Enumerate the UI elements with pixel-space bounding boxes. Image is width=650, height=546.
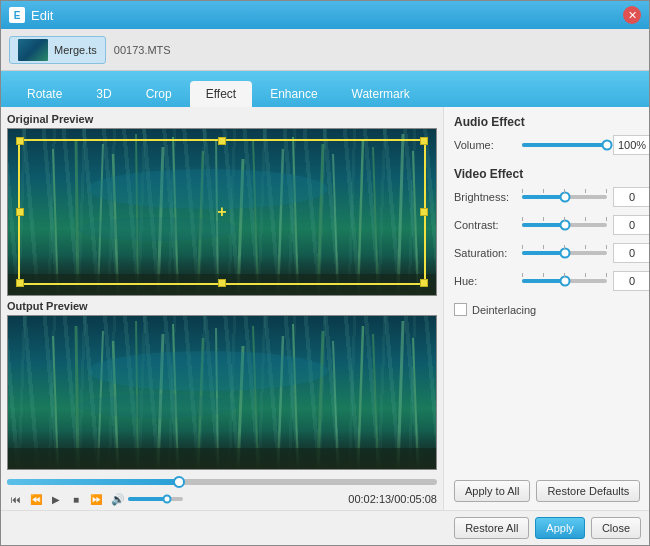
contrast-ticks: [522, 217, 607, 221]
tab-rotate[interactable]: Rotate: [11, 81, 78, 107]
video-effect-title: Video Effect: [454, 167, 649, 181]
stop-button[interactable]: ■: [67, 490, 85, 508]
seek-thumb[interactable]: [173, 476, 185, 488]
close-window-button[interactable]: ✕: [623, 6, 641, 24]
contrast-track[interactable]: [522, 223, 607, 227]
time-display: 00:02:13/00:05:08: [348, 493, 437, 505]
original-preview-label: Original Preview: [7, 113, 437, 125]
file-item[interactable]: Merge.ts: [9, 36, 106, 64]
brightness-row: Brightness: 0: [454, 187, 649, 207]
restore-defaults-button[interactable]: Restore Defaults: [536, 480, 640, 502]
close-button[interactable]: Close: [591, 517, 641, 539]
file-thumbnail: [18, 39, 48, 61]
svg-line-0: [53, 149, 58, 295]
brightness-thumb[interactable]: [559, 192, 570, 203]
step-forward-button[interactable]: ⏩: [87, 490, 105, 508]
svg-line-2: [98, 144, 103, 295]
volume-row: Volume: 100% ▲ ▼: [454, 135, 649, 155]
output-preview-box: [7, 315, 437, 470]
volume-track-thumb[interactable]: [602, 140, 613, 151]
volume-slider-thumb[interactable]: [162, 495, 171, 504]
original-preview-box: +: [7, 128, 437, 296]
hue-thumb[interactable]: [559, 276, 570, 287]
app-icon: E: [9, 7, 25, 23]
hue-ticks: [522, 273, 607, 277]
hue-track[interactable]: [522, 279, 607, 283]
contrast-value: 0: [613, 215, 649, 235]
svg-rect-43: [8, 448, 436, 470]
svg-line-23: [76, 326, 78, 470]
controls-bar: ⏮ ⏪ ▶ ■ ⏩ 🔊 00:02:13/00:05:08: [7, 490, 437, 508]
tab-watermark[interactable]: Watermark: [336, 81, 426, 107]
saturation-value: 0: [613, 243, 649, 263]
deinterlacing-row: Deinterlacing: [454, 303, 649, 316]
saturation-track[interactable]: [522, 251, 607, 255]
svg-line-37: [358, 326, 363, 470]
main-content: Original Preview: [1, 107, 649, 510]
svg-line-6: [173, 137, 178, 295]
saturation-row: Saturation: 0: [454, 243, 649, 263]
titlebar: E Edit ✕: [1, 1, 649, 29]
deinterlacing-checkbox[interactable]: [454, 303, 467, 316]
volume-slider[interactable]: [128, 497, 183, 501]
saturation-thumb[interactable]: [559, 248, 570, 259]
deinterlacing-label: Deinterlacing: [472, 304, 536, 316]
svg-line-8: [216, 141, 218, 295]
svg-line-17: [398, 134, 403, 295]
hue-value: 0: [613, 271, 649, 291]
volume-track[interactable]: [522, 143, 607, 147]
contrast-thumb[interactable]: [559, 220, 570, 231]
hue-slider-container: 0 ▲ ▼: [522, 271, 649, 291]
bottom-buttons: Restore All Apply Close: [1, 510, 649, 545]
tab-effect[interactable]: Effect: [190, 81, 252, 107]
svg-point-41: [88, 351, 328, 391]
apply-to-all-button[interactable]: Apply to All: [454, 480, 530, 502]
file-name-2: 00173.MTS: [114, 44, 171, 56]
volume-area: 🔊: [111, 493, 183, 506]
brightness-slider-container: 0 ▲ ▼: [522, 187, 649, 207]
saturation-label: Saturation:: [454, 247, 522, 259]
hue-label: Hue:: [454, 275, 522, 287]
svg-line-18: [413, 151, 418, 295]
svg-point-20: [78, 217, 238, 241]
original-preview-section: Original Preview: [7, 113, 437, 296]
svg-line-11: [278, 149, 283, 295]
window-title: Edit: [31, 8, 623, 23]
right-panel: Audio Effect Volume: 100% ▲ ▼ Video Effe…: [443, 107, 649, 510]
step-back-button[interactable]: ⏪: [27, 490, 45, 508]
restore-all-button[interactable]: Restore All: [454, 517, 529, 539]
output-video-svg: [8, 316, 436, 470]
svg-line-34: [293, 324, 298, 470]
svg-line-16: [373, 147, 378, 295]
svg-line-13: [318, 144, 323, 295]
svg-line-35: [318, 331, 323, 470]
saturation-slider-container: 0 ▲ ▼: [522, 243, 649, 263]
brightness-value: 0: [613, 187, 649, 207]
svg-line-36: [333, 341, 338, 470]
volume-fill: [522, 143, 607, 147]
svg-line-1: [76, 139, 78, 295]
skip-to-start-button[interactable]: ⏮: [7, 490, 25, 508]
contrast-row: Contrast: 0: [454, 215, 649, 235]
seek-progress: [7, 479, 179, 485]
file-bar: Merge.ts 00173.MTS: [1, 29, 649, 71]
apply-button[interactable]: Apply: [535, 517, 585, 539]
output-preview-label: Output Preview: [7, 300, 437, 312]
seek-bar[interactable]: [7, 479, 437, 485]
play-button[interactable]: ▶: [47, 490, 65, 508]
volume-slider-fill: [128, 497, 167, 501]
svg-line-10: [253, 139, 258, 295]
tab-enhance[interactable]: Enhance: [254, 81, 333, 107]
svg-line-14: [333, 154, 338, 295]
tab-3d[interactable]: 3D: [80, 81, 127, 107]
svg-line-15: [358, 139, 363, 295]
contrast-label: Contrast:: [454, 219, 522, 231]
contrast-slider-container: 0 ▲ ▼: [522, 215, 649, 235]
tabs-bar: Rotate 3D Crop Effect Enhance Watermark: [1, 71, 649, 107]
volume-slider-container: 100% ▲ ▼: [522, 135, 649, 155]
saturation-ticks: [522, 245, 607, 249]
brightness-track[interactable]: [522, 195, 607, 199]
output-video-bg: [8, 316, 436, 470]
original-video-svg: [8, 129, 436, 295]
tab-crop[interactable]: Crop: [130, 81, 188, 107]
